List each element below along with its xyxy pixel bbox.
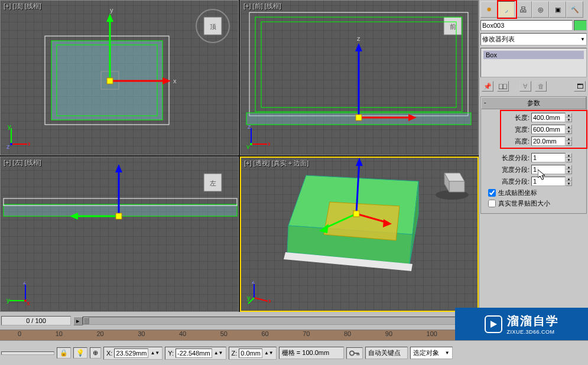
- spin-up[interactable]: ▲: [566, 136, 572, 141]
- timeline[interactable]: 0 / 100 ▸: [0, 312, 479, 330]
- top-geometry: y x: [1, 1, 238, 155]
- coord-z: Z:0.0mm▲▼: [229, 347, 277, 360]
- spin-down[interactable]: ▼: [566, 141, 572, 146]
- spin-up[interactable]: ▲: [566, 113, 572, 118]
- width-input[interactable]: [531, 125, 566, 134]
- length-segs-label: 长度分段:: [483, 154, 529, 162]
- tab-utilities[interactable]: 🔨: [566, 1, 583, 18]
- spin-up[interactable]: ▲: [566, 165, 572, 170]
- timeline-play-arrow[interactable]: ▸: [73, 317, 83, 325]
- perspective-geometry: [241, 158, 477, 311]
- configure-sets-button[interactable]: 🗔: [574, 81, 586, 92]
- coord-y-input[interactable]: -22.548mm: [176, 348, 212, 358]
- command-panel-tabs: ✹ ◞ 品 ◎ ▣ 🔨: [480, 1, 587, 18]
- gen-map-row: 生成贴图坐标: [488, 188, 584, 197]
- spin-down[interactable]: ▼: [566, 181, 572, 186]
- modifier-stack[interactable]: Box: [480, 48, 587, 77]
- svg-point-75: [350, 351, 354, 355]
- length-segs-input[interactable]: [531, 153, 566, 162]
- lightbulb-icon[interactable]: 💡: [73, 347, 87, 359]
- spin-down[interactable]: ▼: [566, 129, 572, 134]
- minus-icon: -: [484, 99, 486, 106]
- spin-up[interactable]: ▲: [566, 125, 572, 129]
- timeline-track[interactable]: [83, 317, 479, 325]
- selected-dropdown[interactable]: 选定对象▼: [410, 347, 453, 359]
- unique-icon: ∀: [523, 83, 528, 90]
- parameters-rollout: - 参数 长度: ▲▼ 宽度: ▲▼ 高度: ▲▼ 长度分段: ▲▼: [480, 96, 587, 214]
- coord-y: Y:-22.548mm▲▼: [165, 347, 226, 360]
- rollout-header[interactable]: - 参数: [481, 97, 586, 109]
- svg-marker-10: [163, 77, 171, 84]
- rollout-title: 参数: [527, 99, 540, 106]
- coord-z-input[interactable]: 0.0mm: [239, 348, 262, 358]
- status-bar: 🔒 💡 ⊕ X:23.529mm▲▼ Y:-22.548mm▲▼ Z:0.0mm…: [0, 340, 588, 365]
- viewport-top[interactable]: [+] [顶] [线框] 顶 y x x y z: [0, 0, 239, 155]
- watermark-banner: 溜溜自学 ZIXUE.3D66.COM: [455, 308, 588, 340]
- height-segs-row: 高度分段: ▲▼: [483, 177, 584, 186]
- toolbar-selection-lock[interactable]: 🔒: [57, 347, 71, 359]
- watermark-url: ZIXUE.3D66.COM: [507, 329, 559, 335]
- tab-hierarchy[interactable]: 品: [515, 1, 532, 18]
- viewport-perspective[interactable]: [+] [透视] [真实 + 边面] x z y: [240, 157, 479, 312]
- watermark-brand: 溜溜自学: [507, 313, 559, 329]
- svg-rect-46: [116, 213, 122, 219]
- tab-motion[interactable]: ◎: [532, 1, 549, 18]
- svg-text:y: y: [110, 6, 113, 14]
- width-label: 宽度:: [483, 125, 529, 134]
- svg-marker-27: [355, 43, 362, 51]
- display-icon: ▣: [555, 6, 561, 14]
- front-geometry: z: [241, 1, 478, 155]
- spin-up[interactable]: ▲: [566, 177, 572, 181]
- tab-display[interactable]: ▣: [549, 1, 566, 18]
- crosshair-icon[interactable]: ⊕: [90, 347, 101, 359]
- tab-create[interactable]: ✹: [480, 1, 498, 18]
- spin-up[interactable]: ▲: [566, 153, 572, 158]
- viewport-left[interactable]: [+] [左] [线框] 左 y z x: [0, 157, 239, 312]
- modifier-list-dropdown[interactable]: 修改器列表 ▼: [480, 33, 587, 45]
- length-row: 长度: ▲▼: [483, 113, 584, 122]
- timeline-slider[interactable]: [83, 317, 89, 324]
- sun-icon: ✹: [486, 6, 492, 14]
- object-name-input[interactable]: [480, 20, 573, 31]
- stack-item-box[interactable]: Box: [483, 51, 584, 59]
- script-listener[interactable]: [1, 351, 54, 355]
- svg-marker-8: [106, 14, 113, 22]
- chevron-down-icon: ▼: [580, 37, 585, 42]
- grid-readout: 栅格 = 100.0mm: [279, 347, 344, 359]
- gen-map-checkbox[interactable]: [488, 189, 496, 197]
- coord-x-input[interactable]: 23.529mm: [114, 348, 148, 358]
- trash-icon: 🗑: [538, 83, 544, 90]
- show-end-result-button[interactable]: ⎕⎕: [497, 81, 509, 92]
- length-input[interactable]: [531, 113, 566, 122]
- spin-down[interactable]: ▼: [566, 118, 572, 122]
- coord-x: X:23.529mm▲▼: [103, 347, 163, 360]
- motion-icon: ◎: [538, 6, 544, 14]
- object-color-swatch[interactable]: [574, 20, 587, 31]
- svg-marker-43: [115, 164, 122, 172]
- spin-down[interactable]: ▼: [566, 170, 572, 174]
- height-row: 高度: ▲▼: [483, 136, 584, 146]
- viewport-front[interactable]: [+] [前] [线框] 前 z x z y: [240, 0, 479, 155]
- remove-modifier-button[interactable]: 🗑: [535, 81, 547, 92]
- stack-toolbar: 📌 ⎕⎕ ∀ 🗑 🗔: [480, 80, 587, 93]
- length-segs-row: 长度分段: ▲▼: [483, 153, 584, 162]
- height-segs-input[interactable]: [531, 177, 566, 186]
- auto-key-button[interactable]: 自动关键点: [365, 347, 408, 359]
- height-segs-label: 高度分段:: [483, 177, 529, 186]
- svg-text:z: z: [357, 35, 360, 42]
- real-world-label: 真实世界贴图大小: [498, 199, 550, 208]
- spin-down[interactable]: ▼: [566, 158, 572, 162]
- pin-stack-button[interactable]: 📌: [482, 81, 493, 92]
- width-segs-row: 宽度分段: ▲▼: [483, 165, 584, 174]
- height-label: 高度:: [483, 137, 529, 146]
- gen-map-label: 生成贴图坐标: [498, 188, 537, 197]
- key-icon[interactable]: [346, 347, 363, 359]
- real-world-row: 真实世界贴图大小: [488, 199, 584, 208]
- height-input[interactable]: [531, 136, 566, 146]
- hammer-icon: 🔨: [571, 6, 579, 14]
- tab-modify[interactable]: ◞: [498, 1, 515, 18]
- width-segs-input[interactable]: [531, 165, 566, 174]
- real-world-checkbox[interactable]: [488, 200, 496, 207]
- hierarchy-icon: 品: [520, 5, 527, 14]
- make-unique-button[interactable]: ∀: [519, 81, 531, 92]
